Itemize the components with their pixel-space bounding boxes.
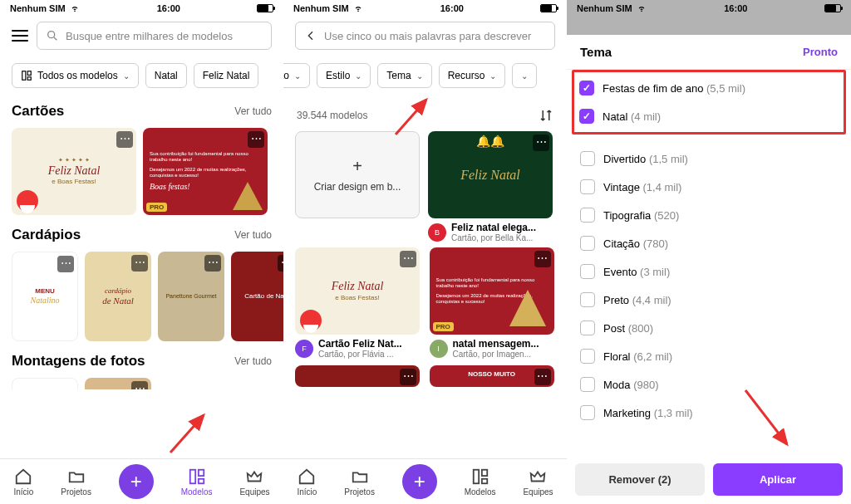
- done-button[interactable]: Pronto: [803, 46, 838, 58]
- card-menu-icon[interactable]: ⋯: [131, 381, 148, 389]
- carrier-label: Nenhum SIM: [577, 3, 632, 13]
- svg-rect-4: [27, 77, 31, 81]
- theme-option[interactable]: Vintage (1,4 mil): [575, 173, 843, 201]
- carrier-label: Nenhum SIM: [293, 3, 349, 13]
- checkbox-icon[interactable]: [579, 81, 594, 95]
- folder-icon: [67, 467, 86, 486]
- template-title: natal mensagem...: [453, 338, 539, 350]
- chevron-down-icon: ⌄: [294, 71, 301, 81]
- theme-option[interactable]: Floral (6,2 mil): [575, 342, 843, 370]
- checkbox-icon[interactable]: [580, 151, 595, 166]
- theme-option[interactable]: Divertido (1,5 mil): [575, 144, 843, 173]
- filter-all-models[interactable]: Todos os modelos ⌄: [12, 63, 139, 88]
- create-design-card[interactable]: + Criar design em b...: [295, 131, 420, 218]
- filter-tema[interactable]: Tema⌄: [377, 63, 431, 88]
- see-all-montagens[interactable]: Ver tudo: [234, 355, 272, 367]
- template-card[interactable]: ⋯ Panettone Gourmet: [158, 252, 224, 341]
- see-all-cardapios[interactable]: Ver tudo: [234, 229, 272, 241]
- grid-icon: [21, 70, 32, 81]
- search-input[interactable]: Busque entre milhares de modelos: [37, 22, 272, 50]
- template-card[interactable]: ⋯ Cartão de Na: [231, 252, 283, 341]
- card-menu-icon[interactable]: ⋯: [400, 251, 416, 267]
- theme-option[interactable]: Marketing (1,3 mil): [575, 399, 843, 427]
- chevron-down-icon: ⌄: [355, 71, 362, 81]
- template-card[interactable]: ⋯ Sua contribuição foi fundamental para …: [143, 128, 268, 215]
- template-card[interactable]: [12, 378, 78, 389]
- theme-option[interactable]: Citação (780): [575, 229, 843, 257]
- nav-models[interactable]: Modelos: [181, 467, 213, 497]
- card-menu-icon[interactable]: ⋯: [534, 251, 551, 267]
- theme-option-festas[interactable]: Festas de fim de ano (5,5 mil): [574, 74, 844, 102]
- apply-button[interactable]: Aplicar: [713, 463, 843, 496]
- filter-sheet: Tema Pronto Festas de fim de ano (5,5 mi…: [567, 35, 851, 504]
- create-fab[interactable]: +: [119, 464, 154, 499]
- screen-templates-home: Nenhum SIM 16:00 Busque entre milhares d…: [0, 0, 283, 504]
- template-card[interactable]: ⋯ cardápio de Natal: [85, 252, 151, 341]
- nav-projects[interactable]: Projetos: [344, 467, 375, 497]
- theme-option-natal[interactable]: Natal (4 mil): [574, 102, 844, 130]
- checkbox-icon[interactable]: [580, 349, 595, 364]
- filter-estilo[interactable]: Estilo⌄: [317, 63, 371, 88]
- theme-option[interactable]: Preto (4,4 mil): [575, 286, 843, 314]
- search-input[interactable]: Use cinco ou mais palavras para descreve…: [295, 22, 555, 50]
- status-bar: Nenhum SIM 16:00: [0, 0, 283, 17]
- theme-option[interactable]: Moda (980): [575, 370, 843, 399]
- card-menu-icon[interactable]: ⋯: [131, 255, 148, 272]
- theme-option[interactable]: Evento (3 mil): [575, 257, 843, 286]
- checkbox-icon[interactable]: [580, 208, 595, 223]
- card-menu-icon[interactable]: ⋯: [248, 131, 264, 148]
- home-icon: [14, 467, 32, 486]
- filter-partial[interactable]: to⌄: [283, 63, 310, 88]
- svg-rect-9: [473, 469, 478, 483]
- template-card[interactable]: ⋯: [85, 378, 151, 389]
- nav-home[interactable]: Início: [297, 467, 317, 497]
- checkbox-icon[interactable]: [580, 236, 595, 251]
- create-fab[interactable]: +: [402, 464, 437, 499]
- card-menu-icon[interactable]: ⋯: [57, 256, 74, 272]
- template-card[interactable]: ⋯ Feliz Natal e Boas Festas!: [295, 247, 420, 335]
- avatar: I: [430, 340, 448, 358]
- template-card[interactable]: ⋯ NOSSO MUITO: [430, 365, 554, 387]
- filter-recurso[interactable]: Recurso⌄: [439, 63, 506, 88]
- card-menu-icon[interactable]: ⋯: [534, 369, 551, 385]
- card-menu-icon[interactable]: ⋯: [116, 131, 133, 148]
- checkbox-icon[interactable]: [580, 179, 595, 194]
- chip-natal[interactable]: Natal: [145, 63, 187, 88]
- card-menu-icon[interactable]: ⋯: [400, 369, 416, 385]
- chip-feliz-natal[interactable]: Feliz Natal: [194, 63, 259, 88]
- back-icon[interactable]: [304, 29, 317, 42]
- menu-button[interactable]: [12, 30, 28, 42]
- nav-teams[interactable]: Equipes: [523, 467, 553, 497]
- nav-projects[interactable]: Projetos: [61, 467, 91, 497]
- checkbox-icon[interactable]: [580, 292, 595, 307]
- pro-badge: PRO: [146, 203, 167, 212]
- templates-icon: [188, 467, 206, 486]
- template-card[interactable]: ⋯ Sua contribuição foi fundamental para …: [430, 247, 554, 335]
- remove-button[interactable]: Remover (2): [575, 463, 705, 496]
- sort-icon[interactable]: [539, 108, 553, 123]
- template-card[interactable]: ⋯ ✦ ✦ ✦ ✦ ✦ Feliz Natal e Boas Festas!: [12, 128, 136, 215]
- card-menu-icon[interactable]: ⋯: [278, 255, 283, 272]
- filter-more[interactable]: ⌄: [512, 63, 537, 88]
- template-card[interactable]: ⋯ 🔔🔔 Feliz Natal: [428, 131, 553, 218]
- template-card[interactable]: ⋯ MENU Natalino: [12, 252, 78, 341]
- annotation-highlight: Festas de fim de ano (5,5 mil) Natal (4 …: [572, 70, 846, 135]
- theme-option[interactable]: Post (800): [575, 314, 843, 342]
- theme-option[interactable]: Tipografia (520): [575, 201, 843, 229]
- see-all-cartoes[interactable]: Ver tudo: [234, 105, 272, 117]
- checkbox-icon[interactable]: [580, 377, 595, 392]
- checkbox-icon[interactable]: [580, 321, 595, 335]
- section-title-cartoes: Cartões: [12, 103, 64, 120]
- nav-home[interactable]: Início: [13, 467, 33, 497]
- bottom-nav: Início Projetos + Modelos Equipes: [0, 458, 283, 504]
- checkbox-icon[interactable]: [579, 109, 594, 124]
- card-menu-icon[interactable]: ⋯: [533, 135, 549, 151]
- clock-label: 16:00: [724, 3, 747, 13]
- checkbox-icon[interactable]: [580, 405, 595, 420]
- nav-teams[interactable]: Equipes: [239, 467, 269, 497]
- template-card[interactable]: ⋯: [295, 365, 420, 387]
- nav-models[interactable]: Modelos: [465, 467, 496, 497]
- checkbox-icon[interactable]: [580, 264, 595, 279]
- card-menu-icon[interactable]: ⋯: [204, 255, 221, 272]
- avatar: B: [428, 223, 446, 242]
